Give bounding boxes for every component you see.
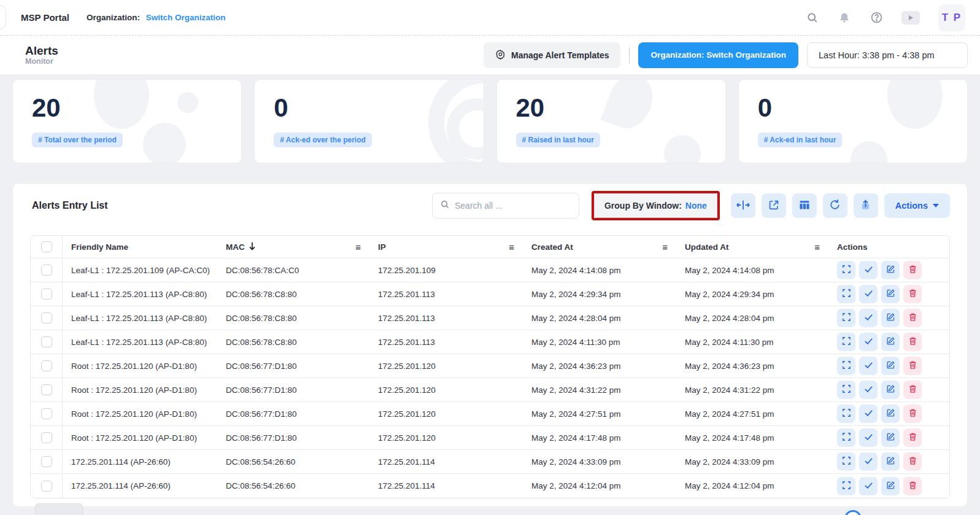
friendly-name-cell: Root : 172.25.201.120 (AP-D1:80) bbox=[63, 433, 217, 443]
tutorial-play-icon[interactable] bbox=[901, 11, 920, 25]
delete-alert-button[interactable] bbox=[903, 428, 922, 447]
row-checkbox[interactable] bbox=[41, 312, 52, 323]
delete-alert-button[interactable] bbox=[903, 477, 922, 495]
delete-alert-button[interactable] bbox=[903, 261, 922, 279]
delete-alert-button[interactable] bbox=[903, 357, 922, 375]
stat-card-raised-hour: 20 # Raised in last hour bbox=[496, 79, 726, 163]
edit-alert-button[interactable] bbox=[881, 261, 900, 279]
expand-alert-button[interactable] bbox=[837, 428, 855, 447]
row-checkbox[interactable] bbox=[41, 432, 52, 443]
search-all-input-wrap bbox=[432, 193, 579, 219]
sidebar-toggle-notch[interactable] bbox=[0, 5, 6, 29]
edit-alert-button[interactable] bbox=[881, 309, 900, 327]
expand-alert-button[interactable] bbox=[837, 357, 855, 375]
time-range-button[interactable]: Last Hour: 3:38 pm - 4:38 pm bbox=[807, 42, 968, 68]
acknowledge-alert-button[interactable] bbox=[859, 309, 878, 327]
acknowledge-alert-button[interactable] bbox=[859, 477, 878, 495]
column-menu-icon[interactable]: ≡ bbox=[662, 242, 668, 252]
manage-alert-templates-button[interactable]: Manage Alert Templates bbox=[484, 42, 621, 68]
stat-card-total: 20 # Total over the period bbox=[12, 79, 242, 163]
expand-view-button[interactable] bbox=[762, 193, 786, 218]
row-checkbox[interactable] bbox=[41, 336, 52, 347]
help-icon[interactable] bbox=[870, 11, 883, 25]
ip-cell: 172.25.201.109 bbox=[369, 266, 523, 275]
expand-alert-button[interactable] bbox=[837, 309, 855, 327]
expand-alert-button[interactable] bbox=[837, 452, 855, 471]
column-menu-icon[interactable]: ≡ bbox=[509, 242, 514, 252]
row-checkbox[interactable] bbox=[41, 384, 52, 395]
row-actions bbox=[828, 428, 949, 447]
column-menu-icon[interactable]: ≡ bbox=[814, 242, 820, 252]
acknowledge-alert-button[interactable] bbox=[859, 357, 878, 375]
export-button[interactable] bbox=[854, 193, 878, 218]
manage-columns-button[interactable] bbox=[792, 193, 817, 218]
col-friendly-name: Friendly Name bbox=[63, 242, 217, 252]
row-checkbox[interactable] bbox=[41, 481, 52, 492]
user-avatar[interactable]: T P bbox=[938, 4, 965, 31]
expand-alert-button[interactable] bbox=[837, 261, 855, 279]
acknowledge-alert-button[interactable] bbox=[859, 261, 878, 279]
row-checkbox[interactable] bbox=[41, 265, 52, 276]
edit-alert-button[interactable] bbox=[881, 333, 900, 351]
edit-alert-button[interactable] bbox=[881, 357, 900, 375]
resize-columns-button[interactable] bbox=[731, 193, 755, 218]
acknowledge-alert-button[interactable] bbox=[859, 405, 878, 423]
table-row: 172.25.201.114 (AP-26:60) DC:08:56:54:26… bbox=[31, 450, 949, 474]
delete-alert-button[interactable] bbox=[903, 333, 922, 351]
group-by-window-button[interactable]: Group By Window: None bbox=[594, 193, 717, 218]
acknowledge-alert-button[interactable] bbox=[859, 381, 878, 399]
acknowledge-alert-button[interactable] bbox=[859, 428, 878, 447]
ip-cell: 172.25.201.120 bbox=[369, 409, 523, 419]
delete-alert-button[interactable] bbox=[903, 285, 922, 303]
sort-desc-icon[interactable] bbox=[249, 242, 256, 252]
expand-alert-button[interactable] bbox=[837, 333, 855, 351]
table-header-row: Friendly Name MAC ≡ IP ≡ Created At ≡ Up bbox=[31, 236, 949, 258]
actions-dropdown-button[interactable]: Actions bbox=[884, 193, 950, 218]
pagination-button-partial[interactable] bbox=[35, 503, 83, 515]
column-menu-icon[interactable]: ≡ bbox=[355, 242, 361, 252]
edit-alert-button[interactable] bbox=[881, 405, 900, 423]
refresh-button[interactable] bbox=[823, 193, 847, 218]
search-all-input[interactable] bbox=[455, 201, 571, 211]
stat-card-acked-hour: 0 # Ack-ed in last hour bbox=[738, 79, 968, 163]
col-mac: MAC ≡ bbox=[217, 242, 369, 252]
edit-alert-button[interactable] bbox=[881, 381, 900, 399]
check-icon bbox=[864, 456, 873, 467]
chevron-down-icon bbox=[933, 204, 939, 207]
row-checkbox[interactable] bbox=[41, 288, 52, 300]
edit-alert-button[interactable] bbox=[881, 452, 900, 471]
acknowledge-alert-button[interactable] bbox=[859, 285, 878, 303]
refresh-icon bbox=[829, 199, 841, 212]
expand-alert-button[interactable] bbox=[837, 381, 855, 399]
stat-label-badge: # Ack-ed over the period bbox=[274, 133, 372, 147]
edit-alert-button[interactable] bbox=[881, 477, 900, 495]
alerts-table: Friendly Name MAC ≡ IP ≡ Created At ≡ Up bbox=[30, 235, 950, 498]
trash-icon bbox=[908, 408, 917, 419]
search-icon[interactable] bbox=[806, 11, 819, 25]
organization-filter-button[interactable]: Organization: Switch Organization bbox=[638, 42, 798, 68]
stat-label-badge: # Total over the period bbox=[32, 133, 123, 147]
expand-alert-button[interactable] bbox=[837, 405, 855, 423]
notifications-bell-icon[interactable] bbox=[838, 11, 851, 25]
expand-alert-button[interactable] bbox=[837, 285, 855, 303]
updated-at-cell: May 2, 2024 4:14:08 pm bbox=[676, 266, 828, 275]
delete-alert-button[interactable] bbox=[903, 309, 922, 327]
row-checkbox[interactable] bbox=[41, 360, 52, 371]
row-checkbox[interactable] bbox=[41, 456, 52, 467]
trash-icon bbox=[908, 336, 917, 347]
delete-alert-button[interactable] bbox=[903, 452, 922, 471]
trash-icon bbox=[908, 481, 917, 492]
acknowledge-alert-button[interactable] bbox=[859, 452, 878, 471]
row-checkbox-cell bbox=[31, 330, 63, 354]
expand-alert-button[interactable] bbox=[837, 477, 855, 495]
trash-icon bbox=[908, 312, 917, 323]
pagination-page-indicator-partial[interactable] bbox=[844, 510, 862, 515]
delete-alert-button[interactable] bbox=[903, 381, 922, 399]
select-all-checkbox[interactable] bbox=[41, 241, 52, 252]
edit-alert-button[interactable] bbox=[881, 428, 900, 447]
edit-alert-button[interactable] bbox=[881, 285, 900, 303]
delete-alert-button[interactable] bbox=[903, 405, 922, 423]
row-checkbox[interactable] bbox=[41, 408, 52, 419]
acknowledge-alert-button[interactable] bbox=[859, 333, 878, 351]
switch-organization-link[interactable]: Switch Organization bbox=[146, 13, 226, 22]
